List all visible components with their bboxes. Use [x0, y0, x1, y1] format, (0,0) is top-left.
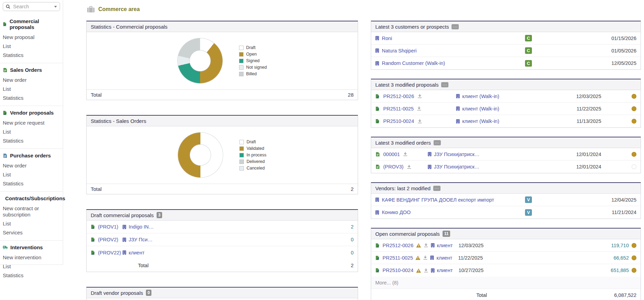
draft-proposal-row[interactable]: (PROV1) Indigo IN… 2: [87, 221, 358, 233]
modified-proposal-row[interactable]: PR2512-0026 клиент (Walk-in) 12/03/2025: [371, 90, 641, 103]
download-icon[interactable]: [403, 152, 408, 156]
ellipsis-menu-icon[interactable]: ...: [433, 186, 440, 191]
proposal-ref-link[interactable]: (PROV2): [98, 237, 118, 242]
download-icon[interactable]: [424, 243, 428, 248]
total-value: 2: [351, 186, 354, 192]
proposal-ref-link[interactable]: PR2510-0024: [383, 268, 414, 273]
modified-order-row[interactable]: 000001 ЈЗУ Психијатриск… 12/01/2024: [371, 148, 641, 161]
sidebar-heading-vendor-proposals[interactable]: Vendor proposals: [0, 109, 63, 116]
stats-sales-orders-box: Statistics - Sales Orders Draft: [86, 115, 358, 194]
modified-proposal-row[interactable]: PR2510-0024 клиент (Walk-in) 11/13/2025: [371, 115, 641, 127]
customer-row[interactable]: Random Customer (Walk-in) C 12/05/2025: [371, 57, 641, 69]
status-dot: [632, 152, 636, 157]
company-link[interactable]: ЈЗУ Пси…: [129, 237, 152, 242]
draft-proposal-row[interactable]: (PROV22) клиент 0: [87, 246, 358, 259]
sidebar-item[interactable]: List: [0, 127, 63, 136]
company-link[interactable]: клиент: [129, 250, 145, 255]
sidebar-item[interactable]: Statistics: [0, 136, 63, 145]
sidebar-item[interactable]: New intervention: [0, 253, 63, 262]
sidebar-heading-interventions[interactable]: Interventions: [0, 244, 63, 251]
ellipsis-menu-icon[interactable]: ...: [441, 82, 448, 87]
sidebar-item[interactable]: List: [0, 170, 63, 179]
sidebar-heading-sales-orders[interactable]: Sales Orders: [0, 66, 63, 74]
ellipsis-menu-icon[interactable]: ...: [452, 24, 459, 29]
sidebar-heading-contracts[interactable]: Contracts/Subscriptions: [0, 195, 63, 202]
company-link[interactable]: ЈЗУ Психијатриск…: [434, 152, 479, 157]
sidebar-item[interactable]: Statistics: [0, 51, 63, 60]
company-link[interactable]: клиент (Walk-in): [462, 106, 499, 112]
proposal-ref-link[interactable]: PR2512-0026: [383, 94, 414, 99]
sidebar-item[interactable]: New order: [0, 76, 63, 85]
proposal-ref-link[interactable]: PR2511-0025: [383, 106, 414, 112]
download-icon[interactable]: [417, 106, 422, 111]
proposal-amount[interactable]: 66,652: [614, 255, 629, 261]
customer-link[interactable]: Natura Shqiperi: [382, 48, 417, 54]
sidebar-item[interactable]: New contract or subscription: [0, 204, 63, 219]
company-link[interactable]: клиент: [436, 255, 452, 261]
modified-proposal-row[interactable]: PR2511-0025 клиент (Walk-in) 11/22/2025: [371, 103, 641, 115]
sidebar-item[interactable]: Statistics: [0, 179, 63, 188]
sidebar-item[interactable]: Statistics: [0, 94, 63, 103]
proposal-ref-link[interactable]: (PROV1): [98, 224, 118, 230]
proposal-count-value[interactable]: 0: [351, 237, 354, 242]
vendor-link[interactable]: Конико ДОО: [382, 210, 411, 215]
warning-icon: [416, 268, 421, 273]
sidebar-item[interactable]: List: [0, 219, 63, 228]
company-link[interactable]: клиент: [437, 268, 453, 273]
modified-order-row[interactable]: (PROV3) ЈЗУ Психијатриск… 12/01/2024: [371, 161, 641, 173]
sidebar-item[interactable]: New proposal: [0, 33, 63, 42]
draft-proposal-row[interactable]: (PROV2) ЈЗУ Пси… 0: [87, 233, 358, 246]
download-icon[interactable]: [424, 268, 428, 273]
proposal-amount[interactable]: 651,885: [611, 268, 629, 273]
latest-customers-box: Latest 3 customers or prospects ... Roni: [371, 21, 641, 70]
customer-row[interactable]: Natura Shqiperi C 01/05/2026: [371, 45, 641, 57]
ellipsis-menu-icon[interactable]: ...: [434, 140, 441, 145]
sidebar-item[interactable]: List: [0, 85, 63, 94]
building-icon: [428, 165, 432, 169]
vendor-row[interactable]: Конико ДОО V 11/21/2024: [371, 206, 641, 219]
download-icon[interactable]: [423, 255, 428, 260]
proposal-count-value[interactable]: 0: [351, 250, 354, 255]
sidebar-item[interactable]: New order: [0, 161, 63, 170]
sidebar-heading-commercial-proposals[interactable]: Commercial proposals: [0, 18, 63, 31]
company-link[interactable]: ЈЗУ Психијатриск…: [434, 164, 479, 170]
download-icon[interactable]: [417, 119, 422, 124]
intervention-ambulance-icon: [3, 245, 8, 250]
open-proposal-row[interactable]: PR2512-0026 клиент 12/03/2025 119,710: [371, 239, 641, 252]
proposal-amount[interactable]: 119,710: [611, 243, 629, 248]
vendor-link[interactable]: КАФЕ ВЕНДИНГ ГРУПА ДООЕЛ експорт импорт: [382, 197, 494, 203]
company-link[interactable]: Indigo IN…: [129, 224, 154, 230]
search-input[interactable]: [12, 3, 52, 10]
sidebar-item[interactable]: List: [0, 262, 63, 271]
download-icon[interactable]: [417, 94, 422, 98]
sidebar-heading-purchase-orders[interactable]: Purchase orders: [0, 152, 63, 159]
customer-row[interactable]: Roni C 01/15/2026: [371, 32, 641, 45]
customer-link[interactable]: Random Customer (Walk-in): [382, 60, 445, 66]
proposal-ref-cell: (PROV22): [91, 250, 122, 255]
sidebar-item[interactable]: List: [0, 42, 63, 51]
company-link[interactable]: клиент: [437, 243, 453, 248]
proposal-icon: [375, 106, 380, 111]
company-link[interactable]: клиент (Walk-in): [462, 94, 499, 99]
proposal-ref-link[interactable]: PR2510-0024: [383, 118, 414, 124]
search-box[interactable]: [3, 2, 60, 11]
proposal-ref-link[interactable]: PR2511-0025: [383, 255, 413, 261]
download-icon[interactable]: [407, 165, 412, 169]
more-link[interactable]: More... (8): [375, 280, 398, 286]
order-ref-link[interactable]: (PROV3): [383, 164, 404, 170]
sidebar-item[interactable]: Statistics: [0, 271, 63, 280]
proposal-ref-link[interactable]: PR2512-0026: [383, 243, 414, 248]
order-ref-link[interactable]: 000001: [383, 152, 400, 157]
proposal-count-value[interactable]: 2: [351, 224, 354, 230]
proposal-icon: [3, 110, 8, 115]
search-dropdown-caret-icon[interactable]: [54, 6, 57, 8]
vendor-row[interactable]: КАФЕ ВЕНДИНГ ГРУПА ДООЕЛ експорт импорт …: [371, 194, 641, 206]
open-proposal-row[interactable]: PR2510-0024 клиент 10/27/2025 651,885: [371, 264, 641, 277]
proposal-ref-link[interactable]: (PROV22): [98, 250, 121, 255]
customer-link[interactable]: Roni: [382, 36, 392, 41]
sidebar-item[interactable]: Services: [0, 228, 63, 237]
open-proposal-row[interactable]: PR2511-0025 клиент 11/22/2025 66,652: [371, 252, 641, 264]
company-link[interactable]: клиент (Walk-in): [462, 118, 499, 124]
order-icon: [375, 152, 380, 157]
sidebar-item[interactable]: New price request: [0, 118, 63, 127]
